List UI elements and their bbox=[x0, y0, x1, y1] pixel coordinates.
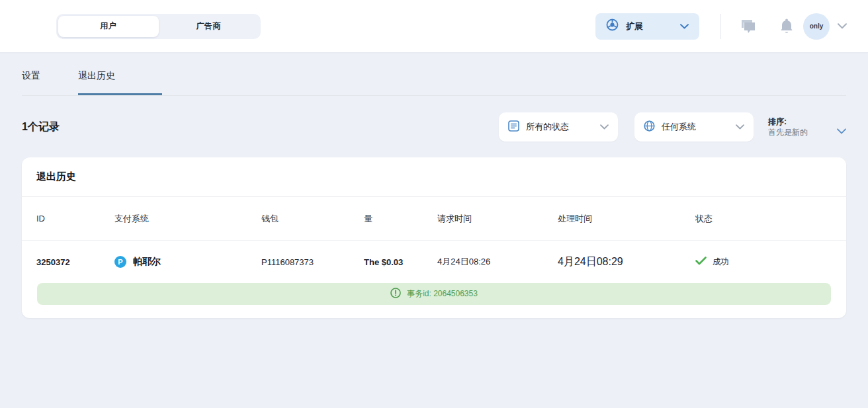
extension-label: 扩展 bbox=[626, 20, 643, 32]
column-header-request-time: 请求时间 bbox=[437, 213, 558, 225]
bell-icon bbox=[779, 19, 794, 34]
check-icon bbox=[695, 257, 707, 267]
toggle-user[interactable]: 用户 bbox=[58, 16, 159, 37]
top-header: 用户 广告商 扩展 bbox=[0, 0, 868, 52]
row-amount: The $0.03 bbox=[364, 257, 437, 267]
row-wallet: P1116087373 bbox=[261, 257, 364, 267]
info-icon bbox=[390, 288, 401, 301]
status-filter-dropdown[interactable]: 所有的状态 bbox=[499, 112, 618, 142]
payeer-icon: P bbox=[114, 256, 126, 268]
payment-system-name: 帕耶尔 bbox=[133, 256, 161, 268]
row-request-time: 4月24日08:26 bbox=[437, 256, 558, 268]
column-header-payment-system: 支付系统 bbox=[114, 213, 261, 225]
chevron-down-icon bbox=[736, 124, 744, 130]
withdrawal-history-card: 退出历史 ID 支付系统 钱包 量 请求时间 处理时间 状态 3250372 P… bbox=[22, 157, 846, 318]
sort-dropdown[interactable]: 排序: 首先是新的 bbox=[768, 116, 846, 138]
system-filter-dropdown[interactable]: 任何系统 bbox=[634, 112, 754, 142]
tab-bar: 设置 退出历史 bbox=[22, 52, 846, 96]
sort-value: 首先是新的 bbox=[768, 127, 808, 138]
list-icon bbox=[508, 120, 519, 134]
messages-button[interactable] bbox=[740, 19, 757, 34]
table-header-row: ID 支付系统 钱包 量 请求时间 处理时间 状态 bbox=[22, 197, 846, 241]
chevron-down-icon bbox=[600, 124, 609, 130]
transaction-id-text: 事务id: 2064506353 bbox=[407, 288, 478, 300]
chevron-down-icon bbox=[837, 128, 846, 134]
records-count: 1个记录 bbox=[22, 120, 60, 134]
chevron-down-icon bbox=[680, 24, 689, 29]
row-payment-system: P 帕耶尔 bbox=[114, 256, 261, 268]
extension-icon bbox=[606, 19, 619, 34]
column-header-amount: 量 bbox=[364, 213, 437, 225]
account-menu-chevron-icon[interactable] bbox=[838, 23, 847, 29]
system-filter-value: 任何系统 bbox=[662, 121, 696, 133]
card-title: 退出历史 bbox=[22, 157, 846, 197]
row-processed-time: 4月24日08:29 bbox=[558, 255, 695, 269]
status-label: 成功 bbox=[713, 257, 729, 268]
transaction-id-banner: 事务id: 2064506353 bbox=[37, 283, 831, 305]
avatar[interactable]: only bbox=[803, 13, 830, 40]
account-type-toggle: 用户 广告商 bbox=[56, 14, 261, 39]
row-id: 3250372 bbox=[36, 257, 114, 267]
header-divider bbox=[720, 14, 721, 39]
toolbar: 1个记录 所有的状态 bbox=[22, 112, 846, 142]
tab-settings[interactable]: 设置 bbox=[22, 70, 40, 95]
column-header-wallet: 钱包 bbox=[261, 213, 364, 225]
extension-dropdown-button[interactable]: 扩展 bbox=[595, 13, 699, 40]
notifications-button[interactable] bbox=[779, 19, 794, 34]
page-content: 设置 退出历史 1个记录 所有的状态 bbox=[0, 52, 868, 318]
chat-icon bbox=[740, 19, 757, 34]
column-header-id: ID bbox=[36, 214, 114, 224]
column-header-status: 状态 bbox=[695, 213, 832, 225]
sort-label: 排序: bbox=[768, 116, 808, 127]
toggle-advertiser[interactable]: 广告商 bbox=[159, 16, 259, 37]
tab-withdrawal-history[interactable]: 退出历史 bbox=[78, 70, 162, 95]
globe-icon bbox=[644, 120, 655, 134]
row-status: 成功 bbox=[695, 257, 832, 268]
status-filter-value: 所有的状态 bbox=[526, 121, 569, 133]
table-row: 3250372 P 帕耶尔 P1116087373 The $0.03 4月24… bbox=[22, 241, 846, 283]
column-header-processed-time: 处理时间 bbox=[558, 213, 695, 225]
